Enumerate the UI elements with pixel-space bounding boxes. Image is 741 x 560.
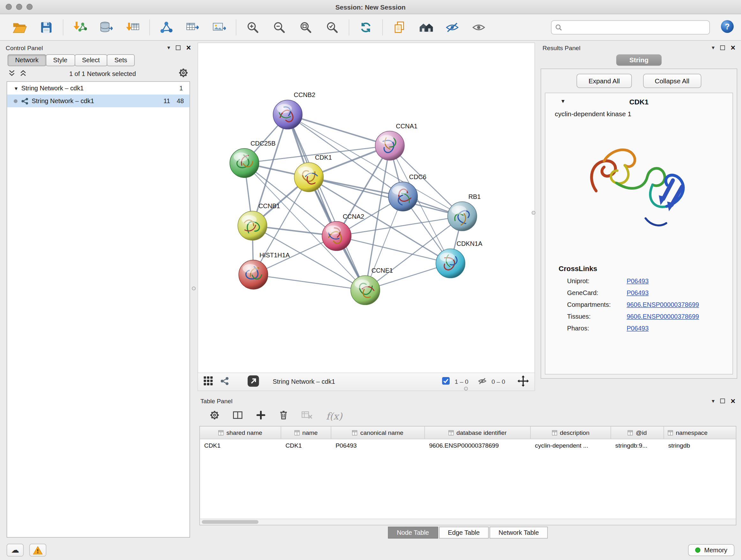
search-input[interactable]	[565, 23, 705, 30]
column-header-name[interactable]: name	[281, 427, 331, 439]
export-network-button[interactable]	[180, 17, 206, 38]
gene-name: CDK1	[629, 98, 649, 106]
function-builder-button[interactable]: f(x)	[326, 410, 342, 422]
scrollbar-thumb[interactable]	[202, 520, 259, 523]
pan-crosshair-icon[interactable]	[518, 375, 529, 388]
splitter-handle[interactable]	[464, 387, 468, 390]
collapse-all-networks-icon[interactable]	[9, 69, 15, 78]
network-status-bullet	[14, 99, 17, 103]
import-network-file-button[interactable]	[67, 17, 93, 38]
tab-string[interactable]: String	[616, 54, 662, 66]
crosslink-link[interactable]: 9606.ENSP00000378699	[627, 313, 699, 320]
expand-all-networks-icon[interactable]	[20, 69, 26, 78]
warnings-button[interactable]	[29, 544, 46, 557]
tab-network[interactable]: Network	[8, 54, 46, 66]
tab-network-table[interactable]: Network Table	[489, 527, 548, 539]
close-panel-icon[interactable]: ×	[731, 44, 736, 52]
tab-select[interactable]: Select	[74, 54, 107, 66]
close-panel-icon[interactable]: ×	[186, 44, 191, 52]
float-panel-icon[interactable]: ▾	[712, 398, 715, 404]
column-header-description[interactable]: description	[531, 427, 611, 439]
close-panel-icon[interactable]: ×	[731, 397, 736, 405]
memory-status-dot	[695, 548, 700, 553]
minimize-window-button[interactable]	[16, 4, 22, 10]
network-node-hist1h1a[interactable]: HIST1H1A	[239, 252, 290, 289]
delete-column-trash-icon[interactable]	[279, 410, 288, 422]
tab-node-table[interactable]: Node Table	[388, 527, 438, 539]
tab-style[interactable]: Style	[46, 54, 75, 66]
entry-collapse-icon[interactable]: ▾	[561, 98, 564, 105]
string-share-icon[interactable]	[220, 376, 229, 388]
maximize-panel-icon[interactable]	[176, 45, 181, 50]
show-button[interactable]	[466, 17, 492, 38]
save-floppy-icon	[40, 20, 53, 34]
open-in-browser-button[interactable]	[247, 375, 259, 389]
network-node-ccnb1[interactable]: CCNB1	[238, 202, 280, 240]
network-node-ccnb2[interactable]: CCNB2	[273, 91, 315, 129]
hide-unhide-button[interactable]	[439, 17, 466, 38]
show-columns-icon[interactable]	[232, 410, 243, 422]
zoom-fit-button[interactable]	[293, 17, 319, 38]
close-window-button[interactable]	[6, 4, 12, 10]
splitter-handle[interactable]	[532, 211, 536, 214]
selected-checkbox-icon[interactable]	[442, 377, 450, 387]
tab-sets[interactable]: Sets	[107, 54, 135, 66]
save-session-button[interactable]	[33, 17, 60, 38]
clear-table-icon[interactable]	[301, 410, 313, 422]
network-row-selected[interactable]: String Network – cdk1 11 48	[7, 95, 190, 107]
apply-layout-button[interactable]	[353, 17, 379, 38]
network-node-cdc25b[interactable]: CDC25B	[230, 140, 275, 178]
collapse-all-button[interactable]: Collapse All	[643, 74, 701, 88]
column-header-namespace[interactable]: namespace	[664, 427, 736, 439]
network-canvas[interactable]: CCNB2CCNA1CDC25BCDK1CDC6RB1CCNB1CCNA2CDK…	[198, 43, 534, 373]
import-table-button[interactable]	[120, 17, 146, 38]
maximize-panel-icon[interactable]	[720, 398, 725, 403]
column-header-id[interactable]: @id	[611, 427, 664, 439]
crosslink-label: Pharos:	[567, 325, 627, 332]
network-node-cdkn1a[interactable]: CDKN1A	[436, 240, 482, 278]
float-panel-icon[interactable]: ▾	[712, 45, 715, 51]
import-network-database-button[interactable]	[93, 17, 120, 38]
column-header-shared-name[interactable]: shared name	[200, 427, 281, 439]
open-session-button[interactable]	[7, 17, 33, 38]
window-controls	[6, 4, 32, 10]
cloud-button[interactable]: ☁	[7, 544, 23, 557]
network-collection-row[interactable]: ▾ String Network – cdk1 1	[7, 82, 190, 95]
homes-button[interactable]	[413, 17, 439, 38]
zoom-in-button[interactable]	[240, 17, 266, 38]
column-header-canonical-name[interactable]: canonical name	[331, 427, 425, 439]
network-node-rb1[interactable]: RB1	[448, 193, 481, 231]
crosslink-link[interactable]: 9606.ENSP00000378699	[627, 301, 699, 308]
table-settings-gear-icon[interactable]	[210, 410, 219, 422]
crosslink-link[interactable]: P06493	[627, 325, 649, 332]
tree-expand-icon[interactable]: ▾	[15, 85, 17, 91]
table-row[interactable]: CDK1 CDK1 P06493 9606.ENSP00000378699 cy…	[200, 439, 736, 452]
tab-edge-table[interactable]: Edge Table	[439, 527, 488, 539]
zoom-window-button[interactable]	[26, 4, 32, 10]
help-button[interactable]: ?	[720, 19, 734, 35]
splitter-handle[interactable]	[192, 287, 196, 290]
hidden-eye-slash-icon[interactable]	[478, 377, 487, 387]
network-node-cdk1[interactable]: CDK1	[294, 154, 332, 192]
copy-button[interactable]	[386, 17, 413, 38]
export-image-button[interactable]	[206, 17, 232, 38]
birdseye-grid-icon[interactable]	[204, 376, 213, 388]
expand-all-button[interactable]: Expand All	[577, 74, 631, 88]
network-graph[interactable]: CCNB2CCNA1CDC25BCDK1CDC6RB1CCNB1CCNA2CDK…	[198, 43, 534, 373]
crosslink-link[interactable]: P06493	[627, 277, 649, 285]
network-node-ccna1[interactable]: CCNA1	[375, 123, 417, 160]
new-network-button[interactable]	[153, 17, 180, 38]
crosslink-link[interactable]: P06493	[627, 289, 649, 296]
zoom-out-button[interactable]	[266, 17, 293, 38]
add-column-icon[interactable]	[256, 410, 266, 422]
zoom-selected-button[interactable]	[319, 17, 346, 38]
float-panel-icon[interactable]: ▾	[167, 45, 170, 51]
network-options-gear-icon[interactable]	[179, 68, 188, 79]
titlebar: Session: New Session	[0, 0, 741, 14]
table-horizontal-scrollbar[interactable]	[200, 518, 736, 524]
zoom-fit-icon	[299, 20, 312, 34]
maximize-panel-icon[interactable]	[720, 45, 725, 50]
node-label: HIST1H1A	[259, 252, 290, 259]
column-header-database-identifier[interactable]: database identifier	[425, 427, 531, 439]
memory-button[interactable]: Memory	[688, 544, 734, 556]
